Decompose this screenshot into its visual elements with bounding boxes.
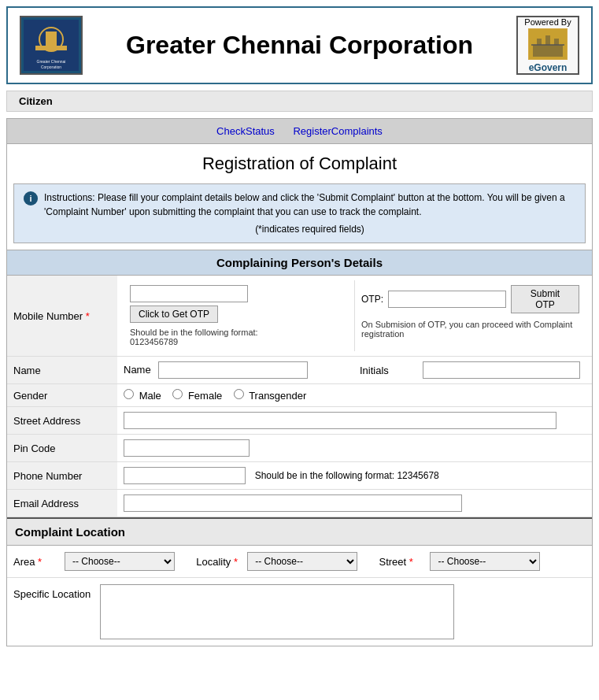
svg-rect-7 bbox=[533, 45, 563, 57]
otp-input[interactable] bbox=[388, 291, 506, 308]
area-locality-street-row: Area * -- Choose-- Locality * -- Choose-… bbox=[7, 546, 592, 578]
svg-text:Corporation: Corporation bbox=[41, 65, 61, 69]
gender-transgender-label[interactable]: Transgender bbox=[234, 390, 307, 402]
tab-bar: CheckStatus RegisterComplaints bbox=[7, 119, 592, 144]
pin-code-input[interactable] bbox=[124, 439, 250, 457]
locality-select[interactable]: -- Choose-- bbox=[247, 552, 357, 571]
tab-register-complaints[interactable]: RegisterComplaints bbox=[293, 125, 382, 137]
street-address-field-cell bbox=[117, 407, 592, 435]
name-input[interactable] bbox=[158, 361, 308, 379]
name-label-cell: Name bbox=[7, 357, 117, 384]
mobile-number-input[interactable] bbox=[130, 285, 248, 302]
svg-rect-3 bbox=[35, 46, 67, 50]
mobile-number-label: Mobile Number * bbox=[7, 276, 117, 357]
tab-check-status[interactable]: CheckStatus bbox=[216, 125, 275, 137]
street-select[interactable]: -- Choose-- bbox=[430, 552, 540, 571]
click-to-get-otp-button[interactable]: Click to Get OTP bbox=[130, 306, 218, 323]
gender-row: Gender Male Female Transgender bbox=[7, 384, 592, 407]
specific-location-row: Specific Location bbox=[7, 578, 592, 646]
mobile-section: Click to Get OTP Should be in the follow… bbox=[124, 280, 586, 351]
street-label: Street * bbox=[379, 556, 422, 568]
gender-label-cell: Gender bbox=[7, 384, 117, 407]
gender-female-radio[interactable] bbox=[172, 389, 183, 399]
mobile-number-field-cell: Click to Get OTP Should be in the follow… bbox=[117, 276, 592, 357]
page-title: Registration of Complaint bbox=[7, 144, 592, 183]
nav-bar: Citizen bbox=[6, 91, 593, 112]
phone-number-input[interactable] bbox=[124, 467, 246, 484]
street-address-label-cell: Street Address bbox=[7, 407, 117, 435]
name-row: Name Name Initials bbox=[7, 357, 592, 384]
main-content: CheckStatus RegisterComplaints Registrat… bbox=[6, 118, 593, 646]
complaint-location-section: Complaint Location Area * -- Choose-- Lo… bbox=[7, 517, 592, 646]
mobile-right: OTP: Submit OTP On Submision of OTP, you… bbox=[354, 280, 586, 351]
complaint-location-header: Complaint Location bbox=[7, 519, 592, 546]
pin-code-label-cell: Pin Code bbox=[7, 435, 117, 462]
street-address-input[interactable] bbox=[124, 412, 556, 429]
submit-otp-button[interactable]: Submit OTP bbox=[511, 285, 579, 313]
info-icon: i bbox=[24, 191, 38, 206]
pin-code-row: Pin Code bbox=[7, 435, 592, 462]
email-label-cell: Email Address bbox=[7, 490, 117, 517]
gcc-logo: Greater Chennai Corporation bbox=[20, 16, 83, 75]
initials-input[interactable] bbox=[423, 361, 580, 379]
specific-location-textarea[interactable] bbox=[100, 584, 454, 639]
mobile-left: Click to Get OTP Should be in the follow… bbox=[124, 280, 354, 351]
phone-number-label-cell: Phone Number bbox=[7, 462, 117, 490]
initials-field-cell bbox=[416, 357, 592, 384]
gender-male-radio[interactable] bbox=[124, 389, 134, 399]
header: Greater Chennai Corporation Greater Chen… bbox=[6, 6, 593, 84]
gender-transgender-radio[interactable] bbox=[234, 389, 244, 399]
phone-number-field-cell: Should be in the following format: 12345… bbox=[117, 462, 592, 490]
locality-label: Locality * bbox=[196, 556, 239, 568]
phone-number-row: Phone Number Should be in the following … bbox=[7, 462, 592, 490]
street-address-row: Street Address bbox=[7, 407, 592, 435]
svg-text:Greater Chennai: Greater Chennai bbox=[37, 59, 66, 64]
egovern-icon bbox=[528, 28, 568, 60]
otp-label: OTP: bbox=[361, 294, 383, 305]
email-input[interactable] bbox=[124, 494, 462, 512]
gender-field-cell: Male Female Transgender bbox=[117, 384, 592, 407]
initials-label-cell: Initials bbox=[353, 357, 416, 384]
email-row: Email Address bbox=[7, 490, 592, 517]
instructions-block: i Instructions: Please fill your complai… bbox=[13, 183, 586, 243]
area-select[interactable]: -- Choose-- bbox=[65, 552, 175, 571]
nav-citizen-label: Citizen bbox=[19, 95, 53, 107]
gender-male-label[interactable]: Male bbox=[124, 390, 164, 402]
complaining-person-form: Mobile Number * Click to Get OTP Should … bbox=[7, 276, 592, 517]
instructions-text: Instructions: Please fill your complaint… bbox=[44, 191, 575, 236]
otp-row: OTP: Submit OTP bbox=[361, 285, 579, 313]
mobile-format-note: Should be in the following format: 01234… bbox=[130, 328, 348, 346]
app-title: Greater Chennai Corporation bbox=[83, 31, 516, 60]
phone-format-note: Should be in the following format: 12345… bbox=[255, 470, 439, 481]
specific-location-label: Specific Location bbox=[13, 584, 92, 639]
gender-female-label[interactable]: Female bbox=[172, 390, 225, 402]
svg-rect-2 bbox=[46, 31, 57, 46]
area-label: Area * bbox=[13, 556, 57, 568]
complaining-person-section-header: Complaining Person's Details bbox=[7, 250, 592, 276]
pin-code-field-cell bbox=[117, 435, 592, 462]
required-note: (*indicates required fields) bbox=[44, 222, 575, 236]
powered-by-logo: Powered By eGovern bbox=[516, 16, 579, 75]
otp-note: On Submision of OTP, you can proceed wit… bbox=[361, 320, 579, 339]
mobile-number-row: Mobile Number * Click to Get OTP Should … bbox=[7, 276, 592, 357]
name-field-cell: Name bbox=[117, 357, 353, 384]
email-field-cell bbox=[117, 490, 592, 517]
